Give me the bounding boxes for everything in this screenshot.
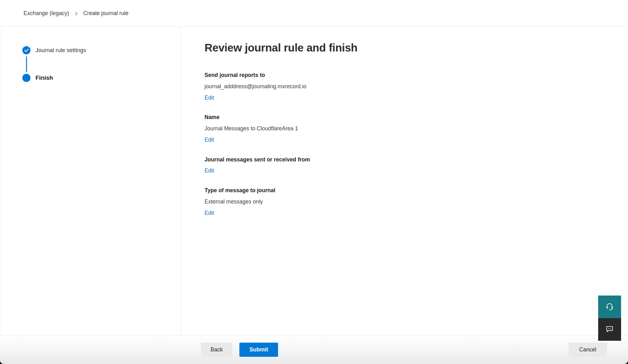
edit-journal-messages-link[interactable]: Edit	[205, 167, 214, 174]
step-completed-check-icon	[22, 46, 30, 54]
field-type-of-message: Type of message to journal External mess…	[205, 187, 609, 216]
headset-icon	[605, 302, 614, 312]
submit-button[interactable]: Submit	[239, 343, 278, 357]
wizard-step-label: Journal rule settings	[35, 47, 86, 54]
field-label: Name	[205, 114, 609, 121]
page-title: Review journal rule and finish	[205, 41, 609, 54]
admin-center-window: Exchange (legacy) Create journal rule Jo…	[0, 0, 628, 364]
field-label: Send journal reports to	[205, 72, 609, 79]
field-value: journal_adddress@journaling.mxrecord.io	[205, 83, 609, 90]
feedback-chat-icon	[605, 325, 614, 334]
field-journal-messages-sent-or-received: Journal messages sent or received from E…	[205, 156, 609, 175]
wizard-step-journal-rule-settings[interactable]: Journal rule settings	[22, 46, 181, 54]
back-button[interactable]: Back	[201, 343, 232, 357]
step-current-dot-icon	[22, 74, 30, 82]
breadcrumb-create-journal-rule: Create journal rule	[83, 10, 128, 17]
feedback-button[interactable]	[598, 318, 621, 341]
wizard-step-label: Finish	[35, 74, 53, 81]
wizard-step-finish[interactable]: Finish	[22, 74, 181, 82]
edit-name-link[interactable]: Edit	[205, 136, 214, 144]
wizard-step-rail: Journal rule settings Finish	[0, 27, 181, 335]
field-name: Name Journal Messages to CloudflareArea …	[205, 114, 609, 143]
field-value: External messages only	[205, 198, 609, 205]
help-support-button[interactable]	[598, 296, 621, 318]
field-label: Type of message to journal	[205, 187, 609, 194]
step-connector-line	[26, 56, 27, 72]
field-send-journal-reports-to: Send journal reports to journal_adddress…	[205, 72, 609, 101]
edit-send-journal-reports-link[interactable]: Edit	[205, 94, 214, 101]
chevron-right-icon	[74, 12, 78, 16]
edit-type-of-message-link[interactable]: Edit	[205, 209, 214, 217]
breadcrumb-exchange-legacy[interactable]: Exchange (legacy)	[24, 10, 69, 17]
breadcrumb: Exchange (legacy) Create journal rule	[0, 0, 628, 27]
content-row: Journal rule settings Finish Review jour…	[0, 27, 628, 335]
wizard-footer: Back Submit Cancel	[0, 335, 628, 364]
field-label: Journal messages sent or received from	[205, 156, 609, 163]
field-value: Journal Messages to CloudflareArea 1	[205, 125, 609, 132]
cancel-button[interactable]: Cancel	[569, 343, 607, 357]
floating-help-panel	[598, 296, 621, 341]
review-panel: Review journal rule and finish Send jour…	[181, 27, 628, 335]
